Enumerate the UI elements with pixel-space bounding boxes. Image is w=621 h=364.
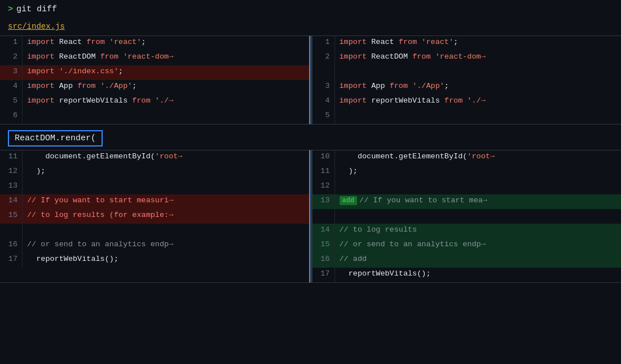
line-content: // add [335, 253, 622, 268]
line-content [23, 109, 309, 124]
line-number: 14 [312, 224, 335, 238]
table-row: 17 reportWebVitals(); [312, 268, 622, 282]
table-row [0, 224, 309, 238]
table-row: 14// to log results [312, 224, 622, 238]
line-number: 15 [312, 238, 335, 253]
line-number: 2 [312, 51, 335, 65]
right-pane-bottom: 10 document.getElementById('root→11 );12… [312, 150, 622, 283]
table-row [312, 209, 622, 224]
table-row: 12 [312, 180, 622, 194]
table-row: 4import App from './App'; [0, 80, 309, 95]
line-content: import App from './App'; [23, 80, 309, 95]
table-row: 11 document.getElementById('root→ [0, 150, 309, 165]
line-number [0, 224, 23, 238]
left-pane-top: 1import React from 'react';2import React… [0, 35, 310, 125]
terminal-header: > git diff [0, 0, 621, 19]
table-row: 1import React from 'react'; [0, 36, 309, 51]
line-number: 12 [0, 165, 23, 180]
line-content [23, 224, 309, 238]
line-number: 2 [0, 51, 23, 65]
table-row: 4import reportWebVitals from './→ [312, 95, 622, 109]
line-content [335, 109, 622, 124]
line-content [335, 65, 622, 80]
line-number: 16 [0, 238, 23, 253]
table-row: 3import App from './App'; [312, 80, 622, 95]
line-number: 17 [0, 253, 23, 268]
line-content: import './index.css'; [23, 65, 309, 80]
table-row: 10 document.getElementById('root→ [312, 150, 622, 165]
table-row: 3import './index.css'; [0, 65, 309, 80]
line-content: import reportWebVitals from './→ [23, 95, 309, 109]
line-content: // or send to an analytics endp→ [335, 238, 622, 253]
line-content: // to log results [335, 224, 622, 238]
left-pane-bottom: 11 document.getElementById('root→12 );13… [0, 150, 310, 283]
line-number: 13 [0, 180, 23, 194]
line-content [335, 180, 622, 194]
line-number: 15 [0, 209, 23, 224]
git-command: git diff [16, 5, 57, 14]
table-row: 5 [312, 109, 622, 124]
table-row: 13 [0, 180, 309, 194]
line-content: import React from 'react'; [23, 36, 309, 51]
line-content: import ReactDOM from 'react-dom→ [335, 51, 622, 65]
line-content: // to log results (for example:→ [23, 209, 309, 224]
line-number: 3 [0, 65, 23, 80]
line-content: // If you want to start measuri→ [23, 194, 309, 209]
line-number: 17 [312, 268, 335, 282]
diff-bottom-section: 11 document.getElementById('root→12 );13… [0, 150, 621, 283]
prompt-arrow: > [8, 5, 13, 14]
line-number: 4 [312, 95, 335, 109]
line-content: import React from 'react'; [335, 36, 622, 51]
table-row: 15// or send to an analytics endp→ [312, 238, 622, 253]
line-content: import ReactDOM from 'react-dom→ [23, 51, 309, 65]
line-number: 16 [312, 253, 335, 268]
table-row: 15// to log results (for example:→ [0, 209, 309, 224]
line-number: 12 [312, 180, 335, 194]
table-row: 11 ); [312, 165, 622, 180]
filename-link[interactable]: src/index.js [8, 22, 65, 31]
line-content: add// If you want to start mea→ [335, 194, 622, 209]
table-row: 16// or send to an analytics endp→ [0, 238, 309, 253]
line-number: 1 [312, 36, 335, 51]
diff-top-section: 1import React from 'react';2import React… [0, 35, 621, 125]
line-number: 11 [0, 150, 23, 165]
line-number: 1 [0, 36, 23, 51]
table-row: 12 ); [0, 165, 309, 180]
table-row: 5import reportWebVitals from './→ [0, 95, 309, 109]
line-number: 3 [312, 80, 335, 95]
line-content: document.getElementById('root→ [23, 150, 309, 165]
table-row: 6 [0, 109, 309, 124]
section-label-bar: ReactDOM.render( [0, 125, 621, 150]
table-row: 17 reportWebVitals(); [0, 253, 309, 268]
line-number: 10 [312, 150, 335, 165]
table-row [312, 65, 622, 80]
line-number: 13 [312, 194, 335, 209]
table-row: 2import ReactDOM from 'react-dom→ [312, 51, 622, 65]
line-content: // or send to an analytics endp→ [23, 238, 309, 253]
line-number: 5 [0, 95, 23, 109]
line-number: 14 [0, 194, 23, 209]
line-content: reportWebVitals(); [335, 268, 622, 282]
filename-bar: src/index.js [0, 19, 621, 35]
line-number [312, 209, 335, 224]
line-content [23, 180, 309, 194]
table-row: 1import React from 'react'; [312, 36, 622, 51]
line-content: import App from './App'; [335, 80, 622, 95]
right-pane-top: 1import React from 'react';2import React… [312, 35, 622, 125]
line-number: 5 [312, 109, 335, 124]
line-content: import reportWebVitals from './→ [335, 95, 622, 109]
table-row: 13add// If you want to start mea→ [312, 194, 622, 209]
line-content: ); [23, 165, 309, 180]
table-row: 2import ReactDOM from 'react-dom→ [0, 51, 309, 65]
line-content: ); [335, 165, 622, 180]
table-row: 16// add [312, 253, 622, 268]
add-badge: add [340, 196, 358, 205]
line-content: document.getElementById('root→ [335, 150, 622, 165]
line-number [312, 65, 335, 80]
line-number: 4 [0, 80, 23, 95]
line-content: reportWebVitals(); [23, 253, 309, 268]
section-label: ReactDOM.render( [8, 130, 103, 147]
line-number: 11 [312, 165, 335, 180]
table-row: 14// If you want to start measuri→ [0, 194, 309, 209]
line-content [335, 209, 622, 224]
